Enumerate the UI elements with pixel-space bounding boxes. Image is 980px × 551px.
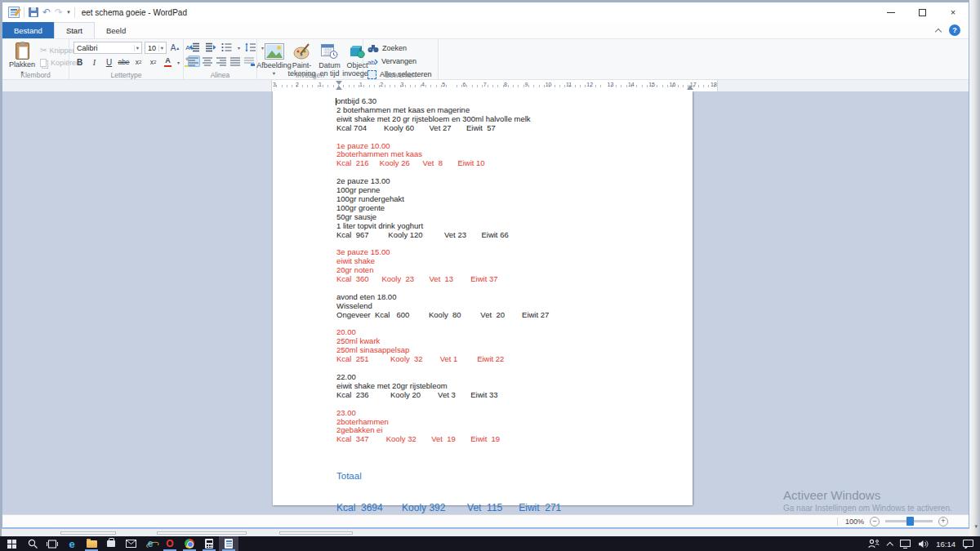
volume-icon[interactable] [918, 540, 929, 549]
picture-icon [265, 42, 284, 60]
clock[interactable]: 16:14 [936, 540, 956, 549]
window-title: eet schema goeie - WordPad [82, 8, 187, 17]
taskbar: e e O 16:14 [0, 536, 980, 551]
right-indent-marker[interactable] [687, 85, 693, 90]
ruler-label: 2 [380, 82, 383, 87]
taskbar-file-explorer-icon[interactable] [82, 536, 101, 551]
quick-access-toolbar: ↶ ↷ ▾ [8, 7, 75, 18]
taskbar-edge-icon[interactable]: e [62, 536, 82, 551]
font-family-combobox[interactable]: Calibri ▾ [74, 42, 142, 54]
group-label: Invoegen [257, 71, 363, 79]
help-icon[interactable]: ? [949, 24, 960, 36]
ruler-label: 9 [524, 82, 528, 87]
bold-icon[interactable]: B [74, 56, 86, 68]
tab-bestand[interactable]: Bestand [2, 22, 54, 38]
justify-icon[interactable] [229, 56, 242, 67]
document-block: 3e pauze 15.00eiwit shake20gr notenKcal … [336, 248, 693, 284]
taskbar-store-icon[interactable] [101, 536, 121, 551]
maximize-button[interactable] [906, 2, 938, 22]
font-size-combobox[interactable]: 10 ▾ [145, 42, 167, 54]
resize-grip[interactable] [954, 518, 960, 525]
action-center-icon[interactable] [963, 540, 973, 549]
group-bewerken: Zoeken ab Vervangen Alles selecteren Bew… [363, 39, 439, 79]
group-alinea: ▾ ▾ [184, 39, 257, 79]
document-block: avond eten 18.00WisselendOngeveer Kcal 6… [336, 293, 693, 320]
find-button[interactable]: Zoeken [368, 42, 432, 54]
ribbon-tab-strip: Bestand Start Beeld ? [2, 22, 969, 38]
ruler-label: 12 [586, 82, 593, 87]
font-color-icon[interactable]: A [162, 56, 174, 68]
zoom-in-button[interactable]: + [938, 517, 948, 527]
group-label: Alinea [184, 71, 256, 79]
store-bag-icon [107, 540, 115, 547]
grow-font-icon[interactable]: A▲ [169, 42, 181, 54]
taskbar-internet-explorer-icon[interactable]: e [140, 536, 160, 551]
ruler-label: 1 [359, 82, 363, 87]
separator [837, 518, 838, 526]
undo-icon[interactable]: ↶ [42, 7, 51, 17]
document-block: 22.00eiwit shake met 20gr rijstebleomKca… [336, 373, 693, 400]
taskbar-opera-icon[interactable]: O [160, 536, 180, 551]
decrease-indent-icon[interactable] [188, 42, 200, 53]
ruler-label: 2 [296, 82, 299, 87]
close-button[interactable]: × [938, 2, 969, 22]
task-view-button[interactable] [42, 536, 62, 551]
document-line: Kcal 251 Kooly 32 Vet 1 Eiwit 22 [336, 355, 693, 364]
status-bar: 100% − + [2, 514, 969, 527]
show-hidden-icons-chevron[interactable] [887, 541, 893, 547]
subscript-icon[interactable]: x2 [132, 56, 145, 68]
line-spacing-icon[interactable] [244, 42, 256, 53]
save-icon[interactable] [29, 7, 38, 17]
ruler-label: 4 [421, 82, 425, 87]
italic-icon[interactable]: I [88, 56, 100, 68]
network-icon[interactable] [900, 540, 911, 549]
document-line: Kcal 236 Kooly 20 Vet 3 Eiwit 33 [336, 391, 693, 400]
document-total: Totaal Kcal 3694 Kooly 392 Vet 115 Eiwit… [273, 453, 693, 514]
wordpad-app-icon[interactable] [8, 7, 20, 18]
taskbar-wordpad-icon[interactable] [219, 536, 238, 551]
zoom-out-button[interactable]: − [870, 517, 880, 527]
minimize-button[interactable] [875, 2, 906, 22]
strikethrough-icon[interactable]: abe [118, 56, 130, 68]
taskbar-calculator-icon[interactable] [199, 536, 219, 551]
taskbar-chrome-icon[interactable] [180, 536, 199, 551]
underline-icon[interactable]: U [103, 56, 115, 68]
taskbar-mail-icon[interactable] [121, 536, 140, 551]
hanging-indent-marker[interactable] [336, 86, 342, 90]
align-right-icon[interactable] [216, 56, 228, 67]
paragraph-dialog-icon[interactable] [243, 56, 256, 67]
document-canvas: ontbijd 6.302 boterhammen met kaas en ma… [2, 91, 969, 514]
align-center-icon[interactable] [202, 56, 214, 67]
document-line: Ongeveer Kcal 600 Kooly 80 Vet 20 Eiwit … [336, 311, 693, 320]
ruler[interactable]: 321123456789101112131415161718 [2, 80, 969, 91]
redo-icon[interactable]: ↷ [55, 7, 63, 17]
clipboard-icon [16, 42, 29, 60]
paste-label: Plakken [9, 60, 35, 69]
align-left-icon[interactable] [188, 56, 200, 67]
ribbon: Plakken ▾ ✂ Knippen Kopiëren Klembord [2, 38, 969, 80]
customize-quick-access-dropdown-icon[interactable]: ▾ [67, 9, 70, 16]
first-line-indent-marker[interactable] [336, 81, 342, 85]
collapse-ribbon-icon[interactable] [936, 28, 942, 33]
people-icon[interactable] [868, 539, 880, 549]
document-block: 23.002boterhammen2gebakken eiKcal 347 Ko… [336, 409, 693, 445]
document-block: 1e pauze 10.002boterhammen met kaasKcal … [336, 142, 693, 169]
tab-start[interactable]: Start [54, 22, 95, 38]
ruler-label: 1 [318, 82, 322, 87]
chevron-down-icon[interactable]: ▾ [177, 60, 180, 65]
tab-beeld[interactable]: Beeld [95, 22, 137, 38]
replace-button[interactable]: ab Vervangen [368, 56, 432, 67]
taskbar-search-button[interactable] [23, 536, 42, 551]
ruler-label: 15 [648, 82, 655, 87]
superscript-icon[interactable]: x2 [147, 56, 159, 68]
chevron-down-icon[interactable]: ▾ [238, 45, 240, 51]
start-button[interactable] [0, 536, 23, 551]
increase-indent-icon[interactable] [204, 42, 216, 53]
group-label: Klembord [2, 71, 69, 79]
document-page[interactable]: ontbijd 6.302 boterhammen met kaas en ma… [273, 91, 693, 505]
chevron-down-icon: ▾ [134, 45, 139, 51]
bullets-icon[interactable] [220, 42, 233, 53]
zoom-slider-thumb[interactable] [906, 517, 914, 526]
zoom-level: 100% [845, 518, 864, 526]
zoom-slider[interactable] [885, 520, 933, 522]
